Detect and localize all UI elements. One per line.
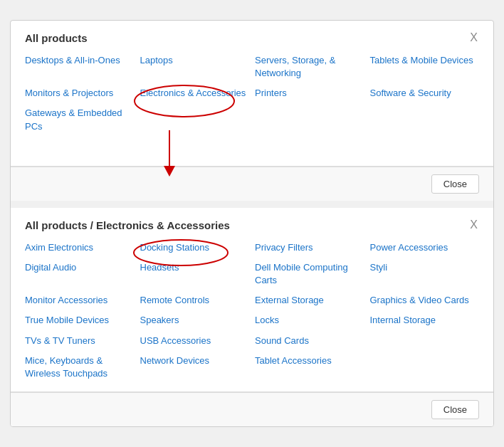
- list-item[interactable]: External Storage: [255, 294, 364, 307]
- list-item[interactable]: Styli: [370, 261, 480, 287]
- list-item[interactable]: Servers, Storage, & Networking: [255, 54, 364, 80]
- list-item[interactable]: Locks: [255, 314, 364, 327]
- software-security-item[interactable]: Software & Security: [370, 87, 480, 100]
- close-button-1[interactable]: Close: [431, 174, 479, 194]
- list-item[interactable]: Tablet Accessories: [255, 354, 364, 380]
- list-item[interactable]: Privacy Filters: [255, 241, 364, 254]
- list-item[interactable]: Tablets & Mobile Devices: [370, 54, 480, 80]
- section1-grid: Desktops & All-in-Ones Laptops Servers, …: [25, 54, 479, 133]
- section1-title: All products: [25, 32, 88, 44]
- list-item[interactable]: Axim Electronics: [25, 241, 135, 254]
- arrow-area: [11, 144, 493, 166]
- electronics-accessories-item[interactable]: Electronics & Accessories: [140, 87, 250, 100]
- list-item[interactable]: Monitors & Projectors: [25, 87, 135, 100]
- close-btn-row-1: Close: [11, 167, 493, 201]
- list-item[interactable]: Network Devices: [140, 354, 250, 380]
- section2-close-x[interactable]: X: [468, 219, 479, 231]
- list-item[interactable]: Sound Cards: [255, 335, 364, 347]
- close-button-2[interactable]: Close: [431, 400, 479, 419]
- list-item[interactable]: Desktops & All-in-Ones: [25, 54, 135, 80]
- section2-grid: Axim Electronics Docking Stations Privac…: [25, 241, 479, 381]
- section-electronics: All products / Electronics & Accessories…: [11, 208, 493, 392]
- list-item[interactable]: Monitor Accessories: [25, 294, 135, 307]
- list-item[interactable]: Speakers: [140, 314, 250, 327]
- section-gap: [11, 201, 493, 208]
- list-item[interactable]: Remote Controls: [140, 294, 250, 307]
- section1-close-x[interactable]: X: [468, 32, 479, 43]
- list-item[interactable]: Dell Mobile Computing Carts: [255, 261, 364, 287]
- list-item[interactable]: Graphics & Video Cards: [370, 294, 480, 307]
- list-item[interactable]: TVs & TV Tuners: [25, 335, 135, 347]
- docking-stations-item[interactable]: Docking Stations: [140, 241, 250, 254]
- section2-header: All products / Electronics & Accessories…: [25, 219, 479, 231]
- list-item[interactable]: Digital Audio: [25, 261, 135, 287]
- list-item[interactable]: Printers: [255, 87, 364, 100]
- list-item[interactable]: Laptops: [140, 54, 250, 80]
- list-item[interactable]: USB Accessories: [140, 335, 250, 347]
- close-btn-row-2: Close: [11, 392, 493, 426]
- list-item[interactable]: Headsets: [140, 261, 250, 287]
- section-all-products: All products X Desktops & All-in-Ones La…: [11, 21, 493, 144]
- section2-title: All products / Electronics & Accessories: [25, 219, 230, 231]
- dialog-wrapper: All products X Desktops & All-in-Ones La…: [10, 20, 494, 427]
- list-item[interactable]: Power Accessories: [370, 241, 480, 254]
- list-item[interactable]: Internal Storage: [370, 314, 480, 327]
- list-item[interactable]: True Mobile Devices: [25, 314, 135, 327]
- list-item[interactable]: Mice, Keyboards & Wireless Touchpads: [25, 354, 135, 380]
- list-item[interactable]: Gateways & Embedded PCs: [25, 107, 135, 132]
- section1-header: All products X: [25, 32, 479, 44]
